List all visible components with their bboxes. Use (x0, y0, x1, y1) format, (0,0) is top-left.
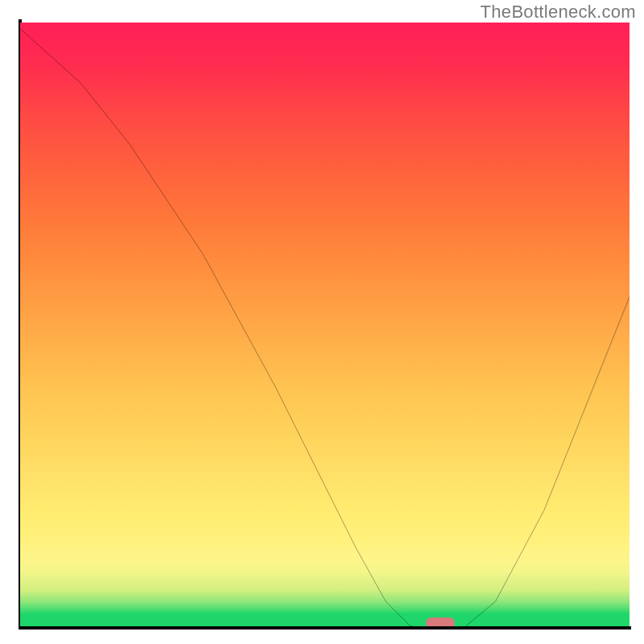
optimal-point-marker (426, 617, 455, 626)
bottleneck-curve (20, 23, 630, 626)
watermark-text: TheBottleneck.com (481, 2, 636, 23)
plot-area (20, 23, 630, 626)
